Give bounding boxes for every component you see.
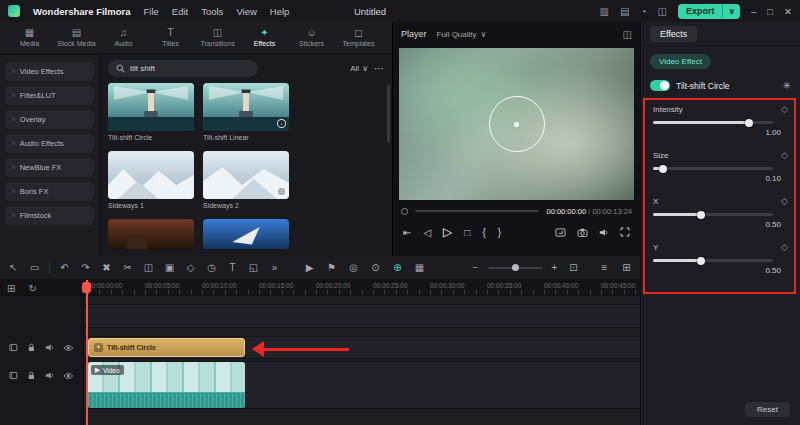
- keyframe-icon[interactable]: ◇: [781, 196, 788, 206]
- text-tool-icon[interactable]: T: [226, 262, 239, 274]
- hide-track-eye-icon[interactable]: [63, 372, 74, 380]
- refresh-icon[interactable]: ↻: [28, 283, 36, 294]
- zoom-out-icon[interactable]: −: [469, 262, 482, 274]
- effect-card-partial-right[interactable]: [203, 219, 289, 249]
- x-slider[interactable]: [653, 213, 773, 216]
- zoom-in-icon[interactable]: +: [548, 262, 561, 274]
- sidebar-item-audio-effects[interactable]: › Audio Effects: [5, 134, 94, 153]
- pip-tool-icon[interactable]: ◱: [247, 262, 260, 274]
- mask-icon[interactable]: ◎: [347, 262, 360, 274]
- clip-tilt-shift-circle[interactable]: ✦ Tilt-shift Circle: [88, 338, 245, 357]
- filter-dropdown[interactable]: All ∨: [350, 64, 368, 73]
- subtab-video-effect[interactable]: Video Effect: [650, 54, 711, 69]
- param-value[interactable]: 0.50: [653, 220, 781, 229]
- layout-icon[interactable]: ◫: [658, 6, 667, 17]
- timeline-grid-icon[interactable]: ⊞: [620, 262, 633, 274]
- effect-card-sideways-2[interactable]: ↓ Sideways 2: [203, 151, 289, 209]
- param-value[interactable]: 0.10: [653, 174, 781, 183]
- tab-audio[interactable]: ♫ Audio: [100, 22, 147, 53]
- scissors-icon[interactable]: ✂: [121, 262, 134, 274]
- timeline-ruler[interactable]: 00:00:00:00 00:00:05:00 00:00:10:00 00:0…: [0, 280, 640, 296]
- scrubber-track[interactable]: [415, 210, 539, 212]
- clip-video[interactable]: ▶ Video: [88, 362, 245, 408]
- previous-frame-icon[interactable]: ◁: [423, 227, 431, 238]
- menu-edit[interactable]: Edit: [172, 6, 188, 17]
- jump-to-start-icon[interactable]: ⇤: [403, 227, 411, 238]
- zoom-slider-thumb[interactable]: [512, 264, 519, 271]
- scrollbar[interactable]: [387, 85, 390, 143]
- redo-icon[interactable]: ↷: [79, 262, 92, 274]
- fit-timeline-icon[interactable]: ⊡: [567, 262, 580, 274]
- marker-flag-icon[interactable]: ⚑: [325, 262, 338, 274]
- timeline-tracks[interactable]: ✦ Tilt-shift Circle ▶ Video: [84, 296, 640, 425]
- sidebar-item-boris-fx[interactable]: › Boris FX: [5, 182, 94, 201]
- tab-stickers[interactable]: ☺ Stickers: [288, 22, 335, 53]
- effect-thumbnail[interactable]: [203, 219, 289, 249]
- effect-card-partial-left[interactable]: [108, 219, 194, 249]
- lock-track-icon[interactable]: [27, 371, 36, 380]
- menu-tools[interactable]: Tools: [201, 6, 223, 17]
- effect-thumbnail[interactable]: [108, 83, 194, 131]
- tilt-shift-focus-center-handle[interactable]: [514, 122, 519, 127]
- param-value[interactable]: 1.00: [653, 128, 781, 137]
- export-label[interactable]: Export: [678, 4, 723, 19]
- mute-track-icon[interactable]: [45, 371, 55, 380]
- tab-templates[interactable]: ◻ Templates: [335, 22, 382, 53]
- zoom-slider[interactable]: [488, 267, 542, 269]
- tab-media[interactable]: ▦ Media: [6, 22, 53, 53]
- effect-thumbnail[interactable]: [108, 219, 194, 249]
- slider-thumb[interactable]: [697, 257, 705, 265]
- keyframe-icon[interactable]: ◇: [781, 150, 788, 160]
- tab-transitions[interactable]: ◫ Transitions: [194, 22, 241, 53]
- keyframe-tool-icon[interactable]: ◇: [184, 262, 197, 274]
- tab-titles[interactable]: T Titles: [147, 22, 194, 53]
- fullscreen-icon[interactable]: [620, 227, 630, 237]
- pip-window-icon[interactable]: [555, 228, 566, 237]
- menu-view[interactable]: View: [236, 6, 256, 17]
- playhead-line[interactable]: [86, 280, 88, 425]
- slider-thumb[interactable]: [659, 165, 667, 173]
- split-icon[interactable]: ◫: [142, 262, 155, 274]
- search-input[interactable]: [130, 64, 240, 73]
- mark-in-icon[interactable]: {: [482, 227, 485, 238]
- window-maximize-button[interactable]: □: [767, 6, 773, 17]
- intensity-slider[interactable]: [653, 121, 773, 124]
- quality-dropdown[interactable]: Full Quality ∨: [437, 30, 487, 39]
- sidebar-item-overlay[interactable]: › Overlay: [5, 110, 94, 129]
- reset-button[interactable]: Reset: [745, 402, 790, 417]
- sidebar-item-video-effects[interactable]: › Video Effects: [5, 62, 94, 81]
- snapshot-camera-icon[interactable]: [577, 228, 588, 237]
- size-slider[interactable]: [653, 167, 773, 170]
- snapshot-grid-icon[interactable]: ▦: [413, 262, 426, 274]
- play-button[interactable]: ▷: [443, 225, 452, 239]
- menu-help[interactable]: Help: [270, 6, 290, 17]
- slider-thumb[interactable]: [697, 211, 705, 219]
- sidebar-item-newblue-fx[interactable]: › NewBlue FX: [5, 158, 94, 177]
- speed-icon[interactable]: ◷: [205, 262, 218, 274]
- more-options-icon[interactable]: ⋯: [374, 63, 384, 74]
- trim-tool-icon[interactable]: ▭: [28, 262, 41, 274]
- detach-player-icon[interactable]: ◫: [623, 29, 632, 40]
- keyframe-icon[interactable]: ◇: [781, 104, 788, 114]
- video-preview[interactable]: [399, 48, 634, 200]
- effect-thumbnail[interactable]: [108, 151, 194, 199]
- undo-icon[interactable]: ↶: [58, 262, 71, 274]
- effect-card-sideways-1[interactable]: Sideways 1: [108, 151, 194, 209]
- tab-inspector-effects[interactable]: Effects: [650, 26, 697, 42]
- window-minimize-button[interactable]: –: [751, 6, 756, 17]
- scrubber-handle[interactable]: [401, 208, 408, 215]
- select-tool-icon[interactable]: ↖: [7, 262, 20, 274]
- search-box[interactable]: [108, 60, 258, 77]
- effect-card-tilt-shift-linear[interactable]: ↓ Tilt-shift Linear: [203, 83, 289, 141]
- tab-stock-media[interactable]: ▤ Stock Media: [53, 22, 100, 53]
- empty-track-lane[interactable]: [84, 304, 640, 328]
- export-button[interactable]: Export ∨: [678, 4, 740, 19]
- snapshot-icon[interactable]: ▤: [620, 6, 629, 17]
- mute-track-icon[interactable]: [45, 343, 55, 352]
- crop-icon[interactable]: ▣: [163, 262, 176, 274]
- delete-icon[interactable]: ✖: [100, 262, 113, 274]
- sidebar-item-filter-lut[interactable]: › Filter&LUT: [5, 86, 94, 105]
- hide-track-eye-icon[interactable]: [63, 344, 74, 352]
- stop-button[interactable]: □: [464, 227, 470, 238]
- screen-record-icon[interactable]: ▥: [600, 6, 609, 17]
